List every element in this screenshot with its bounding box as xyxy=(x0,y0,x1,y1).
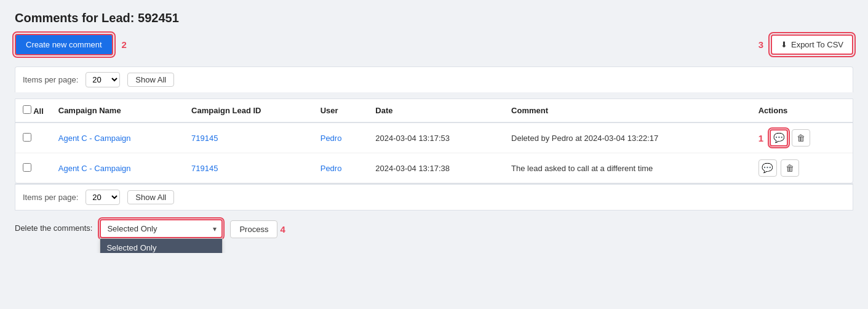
table-row: Agent C - Campaign 719145 Pedro 2024-03-… xyxy=(15,122,853,153)
export-down-icon: ⬇ xyxy=(781,40,787,49)
row1-lead-id-link[interactable]: 719145 xyxy=(191,134,218,143)
table-header-row: All Campaign Name Campaign Lead ID User … xyxy=(15,99,853,122)
row1-date: 2024-03-04 13:17:53 xyxy=(368,122,504,153)
export-label: Export To CSV xyxy=(791,40,843,49)
row1-campaign-name: Agent C - Campaign xyxy=(51,122,184,153)
comment-icon: 💬 xyxy=(762,163,773,174)
column-header-actions: Actions xyxy=(751,99,853,122)
delete-label: Delete the comments: xyxy=(15,219,92,233)
row2-campaign-link[interactable]: Agent C - Campaign xyxy=(58,164,131,173)
page-title: Comments for Lead: 592451 xyxy=(15,11,853,25)
row2-user-link[interactable]: Pedro xyxy=(321,164,342,173)
row1-actions: 1 💬 🗑 xyxy=(751,122,853,153)
items-per-page-label-top: Items per page: xyxy=(23,75,78,84)
row2-campaign-name: Agent C - Campaign xyxy=(51,153,184,183)
delete-icon: 🗑 xyxy=(786,163,794,173)
row2-actions: 💬 🗑 xyxy=(751,153,853,183)
row1-user-link[interactable]: Pedro xyxy=(321,134,342,143)
items-per-page-label-bottom: Items per page: xyxy=(23,193,78,202)
row2-delete-button[interactable]: 🗑 xyxy=(781,159,799,177)
comment-icon: 💬 xyxy=(773,132,785,143)
dropdown-option-selected-only[interactable]: Selected Only xyxy=(100,239,222,253)
row2-campaign-lead-id: 719145 xyxy=(184,153,313,183)
badge-1: 1 xyxy=(759,133,763,143)
top-bar: Create new comment 2 3 ⬇ Export To CSV xyxy=(15,34,853,55)
row2-comment: The lead asked to call at a different ti… xyxy=(504,153,751,183)
delete-dropdown-menu: Selected Only All current search result xyxy=(100,238,223,253)
badge-3: 3 xyxy=(759,39,763,50)
comments-table-wrapper: All Campaign Name Campaign Lead ID User … xyxy=(15,98,853,183)
row1-campaign-lead-id: 719145 xyxy=(184,122,313,153)
delete-dropdown-display[interactable]: Selected Only xyxy=(100,219,223,238)
process-area: Process 4 xyxy=(230,219,285,238)
top-left: Create new comment 2 xyxy=(15,34,127,55)
show-all-button-bottom[interactable]: Show All xyxy=(127,190,174,204)
row2-comment-button[interactable]: 💬 xyxy=(759,159,777,177)
process-button[interactable]: Process xyxy=(230,220,277,238)
column-header-comment: Comment xyxy=(504,99,751,122)
row2-checkbox-cell xyxy=(15,153,51,183)
create-comment-button[interactable]: Create new comment xyxy=(15,34,113,55)
column-header-checkbox: All xyxy=(15,99,51,122)
row1-comment-button[interactable]: 💬 xyxy=(770,129,788,146)
pagination-top: Items per page: 20 50 100 Show All xyxy=(15,66,853,92)
badge-2: 2 xyxy=(122,39,127,50)
row2-checkbox[interactable] xyxy=(23,163,31,172)
table-row: Agent C - Campaign 719145 Pedro 2024-03-… xyxy=(15,153,853,183)
delete-section: Delete the comments: Selected Only ▾ Sel… xyxy=(15,219,853,238)
column-header-date: Date xyxy=(368,99,504,122)
delete-dropdown-wrapper: Selected Only ▾ Selected Only All curren… xyxy=(100,219,223,238)
column-header-campaign-name: Campaign Name xyxy=(51,99,184,122)
row1-campaign-link[interactable]: Agent C - Campaign xyxy=(58,134,131,143)
select-all-checkbox[interactable] xyxy=(23,105,31,114)
delete-dropdown-area: Selected Only ▾ Selected Only All curren… xyxy=(100,219,223,238)
row1-checkbox[interactable] xyxy=(23,133,31,142)
per-page-select-bottom[interactable]: 20 50 100 xyxy=(86,190,120,205)
badge-4: 4 xyxy=(280,223,285,235)
comments-table: All Campaign Name Campaign Lead ID User … xyxy=(15,99,853,183)
row1-user: Pedro xyxy=(313,122,368,153)
export-csv-button[interactable]: ⬇ Export To CSV xyxy=(771,34,853,55)
export-area: 3 ⬇ Export To CSV xyxy=(759,34,853,55)
row1-comment: Deleted by Pedro at 2024-03-04 13:22:17 xyxy=(504,122,751,153)
row2-lead-id-link[interactable]: 719145 xyxy=(191,164,218,173)
row2-date: 2024-03-04 13:17:38 xyxy=(368,153,504,183)
pagination-bottom: Items per page: 20 50 100 Show All xyxy=(15,183,853,211)
column-header-user: User xyxy=(313,99,368,122)
show-all-button-top[interactable]: Show All xyxy=(127,73,174,87)
column-header-campaign-lead-id: Campaign Lead ID xyxy=(184,99,313,122)
row2-user: Pedro xyxy=(313,153,368,183)
row2-actions-cell: 💬 🗑 xyxy=(759,159,845,177)
per-page-select-top[interactable]: 20 50 100 xyxy=(86,72,120,87)
row1-delete-button[interactable]: 🗑 xyxy=(792,129,810,146)
delete-icon: 🗑 xyxy=(797,133,805,143)
row1-checkbox-cell xyxy=(15,122,51,153)
row1-actions-cell: 1 💬 🗑 xyxy=(759,129,845,146)
